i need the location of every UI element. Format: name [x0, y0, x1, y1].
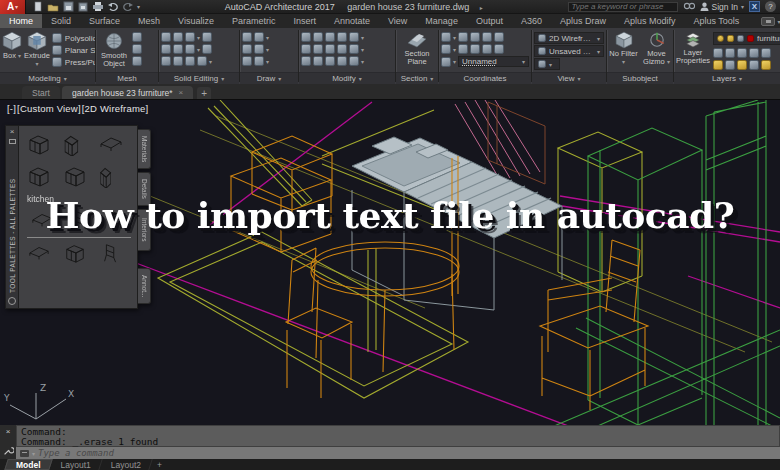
tab-output[interactable]: Output: [467, 14, 512, 28]
tool-icon[interactable]: [301, 44, 311, 54]
redo-icon[interactable]: [122, 1, 134, 12]
palette-close-icon[interactable]: ×: [10, 128, 15, 136]
tool-icon[interactable]: [441, 44, 451, 54]
tool-icon[interactable]: [242, 44, 252, 54]
palette-tool[interactable]: [25, 130, 53, 158]
layout-tab-layout2[interactable]: Layout2: [101, 459, 151, 470]
tool-icon[interactable]: [713, 60, 723, 70]
tab-aplus-modify[interactable]: Aplus Modify: [615, 14, 685, 28]
smooth-object-button[interactable]: Smooth Object: [98, 30, 130, 69]
tab-home[interactable]: Home: [0, 14, 42, 28]
tool-icon[interactable]: [185, 56, 195, 66]
viewport-minus-control[interactable]: [-]: [7, 103, 16, 114]
tool-icon[interactable]: [713, 48, 723, 58]
save-icon[interactable]: [62, 1, 74, 12]
palette-tool[interactable]: [61, 130, 89, 158]
palette-tab-annotation[interactable]: Annot...: [138, 268, 151, 304]
panel-label-view[interactable]: View▾: [532, 72, 606, 84]
tab-a360[interactable]: A360: [512, 14, 551, 28]
tool-icon[interactable]: [325, 44, 335, 54]
tool-icon[interactable]: [242, 56, 252, 66]
drawing-canvas[interactable]: [-] [Custom View] [2D Wireframe] Z X Y ×…: [0, 100, 780, 425]
panel-label-modify[interactable]: Modify▾: [299, 72, 395, 84]
ucs-name-dropdown[interactable]: Unnamed▾: [458, 56, 529, 67]
tool-icon[interactable]: [441, 32, 451, 42]
tool-icon[interactable]: [313, 44, 323, 54]
panel-label-layers[interactable]: Layers▾: [674, 72, 780, 84]
tab-mesh[interactable]: Mesh: [129, 14, 169, 28]
panel-label-solid-editing[interactable]: Solid Editing▾: [159, 72, 239, 84]
panel-label-coordinates[interactable]: Coordinates: [439, 72, 531, 84]
exchange-apps-icon[interactable]: X: [749, 1, 760, 12]
press-pull-button[interactable]: Press/Pull: [52, 57, 95, 67]
palette-tool[interactable]: [97, 130, 125, 158]
search-input[interactable]: [568, 2, 678, 12]
tool-icon[interactable]: [173, 56, 183, 66]
save-as-icon[interactable]: [77, 1, 89, 12]
tool-icon[interactable]: [132, 32, 142, 42]
tab-manage[interactable]: Manage: [416, 14, 467, 28]
tool-icon[interactable]: [761, 60, 771, 70]
tool-icon[interactable]: [749, 60, 759, 70]
close-tab-icon[interactable]: ×: [179, 88, 184, 97]
extrude-button[interactable]: Extrude ▾: [24, 30, 50, 69]
tab-annotate[interactable]: Annotate: [325, 14, 379, 28]
tool-icon[interactable]: [313, 56, 323, 66]
tool-icon[interactable]: [202, 32, 212, 42]
palette-tool[interactable]: [97, 241, 125, 265]
tool-icon[interactable]: [725, 48, 735, 58]
search-icon[interactable]: [683, 1, 695, 12]
tool-icon[interactable]: [349, 56, 359, 66]
palette-tool[interactable]: [97, 162, 125, 190]
tool-icon[interactable]: [161, 44, 171, 54]
planar-surface-button[interactable]: Planar Surface: [52, 45, 95, 55]
tool-icon[interactable]: [202, 44, 212, 54]
palette-autohide-icon[interactable]: [9, 139, 16, 144]
tab-insert[interactable]: Insert: [284, 14, 325, 28]
palette-tool[interactable]: [25, 241, 53, 265]
panel-label-subobject[interactable]: Subobject: [607, 72, 673, 84]
tool-icon[interactable]: [313, 32, 323, 42]
panel-label-mesh[interactable]: Mesh: [96, 72, 158, 84]
tool-icon[interactable]: [494, 32, 504, 42]
panel-label-section[interactable]: Section▾: [396, 72, 438, 84]
tool-icon[interactable]: [301, 32, 311, 42]
tool-icon[interactable]: [337, 56, 347, 66]
visual-style-dropdown[interactable]: 2D Wireframe▾: [534, 32, 604, 44]
help-icon[interactable]: ?: [765, 1, 776, 12]
tool-icon[interactable]: [254, 56, 264, 66]
sign-in-button[interactable]: Sign In ▾: [700, 2, 744, 12]
tool-icon[interactable]: [132, 56, 142, 66]
tool-icon[interactable]: [325, 56, 335, 66]
tool-icon[interactable]: [132, 44, 142, 54]
tool-icon[interactable]: [173, 44, 183, 54]
tool-icon[interactable]: [337, 32, 347, 42]
palette-tool[interactable]: [61, 162, 89, 190]
panel-label-modeling[interactable]: Modeling▾: [0, 72, 95, 84]
tab-aplus-tools[interactable]: Aplus Tools: [685, 14, 749, 28]
tool-icon[interactable]: [482, 32, 492, 42]
tool-icon[interactable]: [737, 48, 747, 58]
new-drawing-button[interactable]: +: [197, 87, 211, 99]
command-close-icon[interactable]: ×: [6, 428, 11, 436]
tool-icon[interactable]: [173, 32, 183, 42]
record-button[interactable]: ▾: [752, 14, 780, 28]
no-filter-button[interactable]: No Filter ▾: [609, 30, 638, 67]
tool-icon[interactable]: [161, 56, 171, 66]
panel-label-draw[interactable]: Draw▾: [240, 72, 298, 84]
tool-icon[interactable]: [441, 57, 451, 67]
tool-icon[interactable]: [185, 32, 195, 42]
tool-icon[interactable]: [301, 56, 311, 66]
tool-icon[interactable]: [737, 60, 747, 70]
new-layout-button[interactable]: +: [157, 460, 162, 470]
tool-icon[interactable]: [325, 32, 335, 42]
tool-icon[interactable]: [458, 32, 468, 42]
tool-icon[interactable]: [349, 44, 359, 54]
palette-tool[interactable]: [61, 241, 89, 265]
tool-icon[interactable]: [725, 60, 735, 70]
tool-icon[interactable]: [749, 48, 759, 58]
viewport-config-dropdown[interactable]: ▾: [534, 58, 560, 70]
tool-icon[interactable]: [254, 44, 264, 54]
tool-icon[interactable]: [349, 32, 359, 42]
tab-solid[interactable]: Solid: [42, 14, 80, 28]
